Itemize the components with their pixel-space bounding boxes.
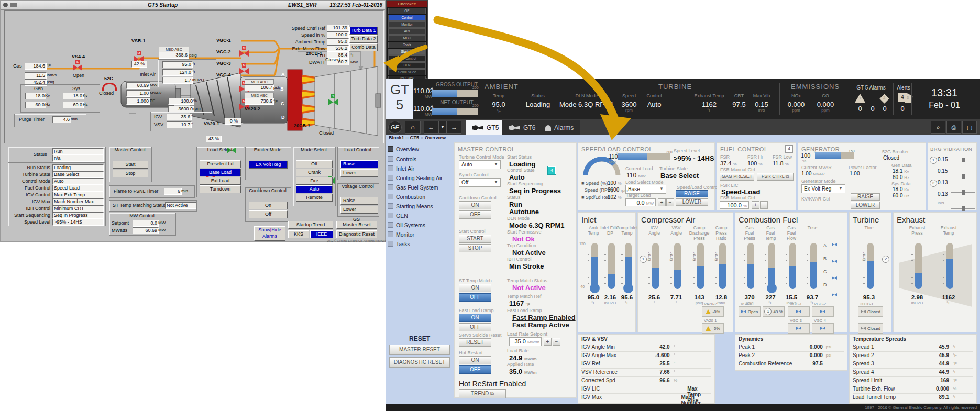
vgc1-valve-icon[interactable]: M <box>239 50 249 57</box>
expander-icon[interactable] <box>388 222 393 228</box>
alarm-diamond-icon[interactable]: 2 <box>879 94 889 103</box>
sidebar-item-combustion[interactable]: Combustion <box>386 192 453 201</box>
alerts-badge[interactable]: 4 <box>898 93 907 102</box>
mode-off-button[interactable]: Off <box>296 160 333 168</box>
target-minus-button[interactable]: − <box>666 198 674 206</box>
cherokee-item[interactable]: FSR Control <box>388 55 426 62</box>
cherokee-item[interactable]: Tools <box>388 42 426 48</box>
cherokee-item[interactable]: Aux <box>388 28 426 35</box>
sidebar-item-cooling-sealing-air[interactable]: Cooling Sealing Air <box>386 173 453 182</box>
home-button[interactable]: ⌂ <box>405 121 421 134</box>
can-a-valve-icon[interactable] <box>832 243 837 247</box>
layout-icon[interactable]: ▢ <box>962 121 977 134</box>
fsr-minus-button[interactable]: − <box>760 201 768 209</box>
expander-icon[interactable] <box>388 156 393 162</box>
vgc-4-chip[interactable] <box>812 323 834 334</box>
generator-mode-dropdown[interactable]: Ex Volt Reg▼ <box>801 184 845 193</box>
expander-icon[interactable] <box>388 194 393 199</box>
sidebar-item-inlet-air[interactable]: Inlet Air <box>386 164 453 173</box>
speed-load-raise-button[interactable]: RAISE <box>676 190 708 197</box>
legacy-titlebar[interactable]: GT5 Startup EWS1_SVR 13:27:53 Feb-01-201… <box>1 1 385 10</box>
load-rate-setpoint-input[interactable]: 35.0 MW/m <box>509 337 542 346</box>
cherokee-item[interactable]: SendEvDec <box>388 69 426 75</box>
cherokee-item[interactable]: DLN <box>388 62 426 69</box>
can-c-valve-icon[interactable] <box>832 276 837 280</box>
sidebar-item-starting-means[interactable]: Starting Means <box>386 202 453 210</box>
mode-fire-button[interactable]: Fire <box>296 177 333 185</box>
cb20-top-valve-icon[interactable]: S <box>328 99 338 105</box>
start-button[interactable]: Start <box>113 161 148 169</box>
expander-icon[interactable] <box>388 203 393 209</box>
vgc2-valve-icon[interactable]: M <box>239 68 249 74</box>
expander-icon[interactable] <box>388 146 393 152</box>
sidebar-item-monitor[interactable]: Monitor <box>386 230 453 239</box>
mode-auto-button[interactable]: Auto <box>296 185 333 193</box>
start-button[interactable]: START <box>459 235 491 243</box>
trend-button[interactable]: TREND ⧉ <box>459 389 506 398</box>
preselect-ld-button[interactable]: Preselect Ld <box>200 160 241 168</box>
sidebar-item-tasks[interactable]: Tasks <box>386 239 453 248</box>
sidebar-item-overview[interactable]: Overview <box>386 145 453 153</box>
speed-load-lower-button[interactable]: LOWER <box>676 198 708 206</box>
expander-icon[interactable] <box>388 231 393 237</box>
mode-remote-button[interactable]: Remote <box>296 194 333 202</box>
expander-icon[interactable] <box>388 165 393 171</box>
target-load-input[interactable]: 0.0 MW <box>625 198 656 206</box>
history-dropdown[interactable]: ▼ <box>438 121 447 134</box>
fast-load-ramp-on-button[interactable]: ON <box>459 314 491 322</box>
expander-icon[interactable] <box>388 241 393 247</box>
stop-button[interactable]: Stop <box>113 170 148 177</box>
expander-icon[interactable] <box>388 175 393 181</box>
st-temp-match-on-button[interactable]: ON <box>459 284 491 292</box>
brg-slider[interactable] <box>951 206 975 211</box>
cooldown-on-button[interactable]: On <box>249 202 288 209</box>
fsr-manual-input[interactable]: 100.0 % <box>720 201 749 209</box>
load-rate-minus-button[interactable]: − <box>553 338 560 346</box>
master-reset-button[interactable]: MASTER RESET <box>389 345 450 355</box>
cherokee-item[interactable]: MBC <box>388 35 426 41</box>
turb-data-2-button[interactable]: Turb Data 2 <box>349 35 378 43</box>
vsr-1-chip[interactable]: 149 % <box>763 306 785 317</box>
forward-button[interactable]: → <box>447 121 461 134</box>
ex-volt-reg-button[interactable]: EX Volt Reg <box>249 161 288 169</box>
sidebar-item-oil-systems[interactable]: Oil Systems <box>386 220 453 229</box>
brg-slider[interactable] <box>951 158 975 162</box>
kv-raise-button[interactable]: RAISE <box>851 193 880 201</box>
target-plus-button[interactable]: + <box>658 198 666 206</box>
sidebar-item-gen[interactable]: GEN <box>386 211 453 220</box>
gag-preset-button[interactable]: GAG PRESET <box>720 173 754 181</box>
ext-load-button[interactable]: Ext Load <box>200 177 241 185</box>
cooldown-off-button[interactable]: OFF <box>459 210 491 219</box>
cooldown-on-button[interactable]: ON <box>459 201 491 209</box>
vgc-3-chip[interactable] <box>788 323 810 334</box>
master-reset-button[interactable]: Master Reset <box>336 221 377 229</box>
vs4-4-chip[interactable]: Open <box>739 306 761 317</box>
sidebar-item-gas-fuel-system[interactable]: Gas Fuel System <box>386 183 453 192</box>
tab-gt6[interactable]: GT6 <box>502 120 542 135</box>
load-rate-plus-button[interactable]: + <box>544 338 552 346</box>
trip-condition[interactable]: Not Active <box>512 249 546 257</box>
turb-data-1-button[interactable]: Turb Data 1 <box>349 27 378 35</box>
search-icon[interactable]: ⌕ <box>931 121 945 134</box>
synch-control-dropdown[interactable]: Off▼ <box>459 178 501 187</box>
mode-crank-button[interactable]: Crank <box>296 169 333 176</box>
kks-button[interactable]: KKS <box>288 230 309 238</box>
hot-restart-on-button[interactable]: ON <box>459 356 491 364</box>
expander-icon[interactable] <box>388 184 393 190</box>
diagnostic-reset-button[interactable]: Diagnostic Reset <box>336 230 377 238</box>
va20-1-chip[interactable]: -0% <box>702 323 724 334</box>
can-d-valve-icon[interactable] <box>832 293 837 297</box>
load-raise-button[interactable]: Raise <box>340 160 378 168</box>
alarm-triangle-icon[interactable]: 1 <box>855 94 865 103</box>
fast-load-ramp-off-button[interactable]: OFF <box>459 323 491 331</box>
turbine-control-mode-dropdown[interactable]: Auto▼ <box>459 160 501 169</box>
cherokee-item[interactable]: Monitor <box>388 21 426 28</box>
cherokee-item[interactable]: Start-up <box>388 49 426 55</box>
showhide-alarms-button[interactable]: Show|HideAlarms <box>254 226 285 241</box>
back-button[interactable]: ← <box>424 121 438 134</box>
start-permissive[interactable]: Not Ok <box>512 235 535 243</box>
vgc-2-chip[interactable] <box>812 306 834 317</box>
ieee-button[interactable]: IEEE <box>310 230 333 238</box>
cherokee-item[interactable]: Control <box>388 15 426 21</box>
hot-restart-off-button[interactable]: OFF <box>459 365 491 374</box>
